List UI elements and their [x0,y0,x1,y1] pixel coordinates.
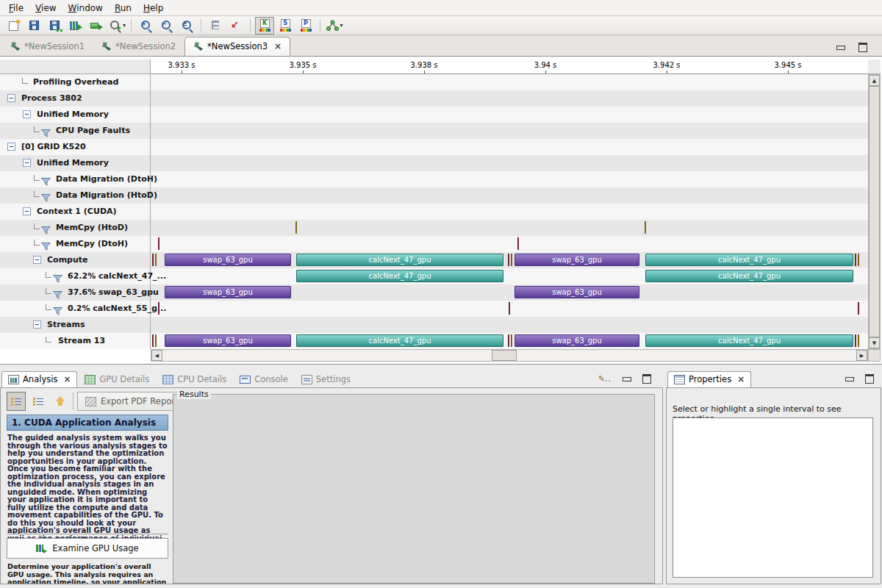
interval-swap-63-gpu[interactable]: swap_63_gpu [514,254,639,266]
close-tab-icon[interactable]: × [63,375,71,384]
collapse-toggle-icon[interactable] [7,94,15,102]
timeline-row-stream-13: Stream 13swap_63_gpucalcNext_47_gpuswap_… [0,333,868,349]
dropdown-caret-icon: ▾ [123,22,126,29]
session-tab-newsession2[interactable]: *NewSession2 [93,37,184,56]
minimize-icon[interactable] [623,377,631,381]
minimize-icon[interactable] [845,377,854,381]
interval-calcnext-47-gpu[interactable]: calcNext_47_gpu [645,270,853,282]
session-tab-newsession1[interactable]: *NewSession1 [2,37,93,56]
tab-properties[interactable]: Properties × [667,371,751,387]
horizontal-scrollbar-thumb[interactable] [492,350,517,361]
row-track [151,301,868,317]
tree-item-memcpy-dtoh[interactable]: MemCpy (DtoH) [0,236,151,252]
interval-calcnext-47-gpu[interactable]: calcNext_47_gpu [296,254,503,266]
minimize-icon[interactable] [836,46,845,50]
guided-analysis-view-button[interactable] [7,392,26,411]
maximize-icon[interactable] [642,374,651,384]
filter-icon [41,175,51,183]
back-up-button[interactable] [51,392,70,411]
menu-run[interactable]: Run [109,1,137,15]
session-tab-newsession3[interactable]: *NewSession3× [184,37,290,56]
settings-icon [301,375,312,384]
save-all-button[interactable] [46,17,65,35]
maximize-icon[interactable] [865,374,874,384]
filter-marker-button[interactable]: ↙ [226,17,245,35]
tree-item-0-2-calcnext-55-g[interactable]: 0.2% calcNext_55_g... [0,301,151,317]
collapse-toggle-icon[interactable] [23,207,31,215]
tree-item-memcpy-htod[interactable]: MemCpy (HtoD) [0,220,151,236]
tab-gpu-details[interactable]: GPU Details [79,372,155,387]
menu-help[interactable]: Help [137,1,169,15]
tree-item-stream-13[interactable]: Stream 13 [0,333,151,349]
tree-item-profiling-overhead[interactable]: Profiling Overhead [0,74,151,90]
up-arrow-icon [56,396,65,406]
examine-gpu-usage-button[interactable]: Examine GPU Usage [7,538,168,559]
tree-item-unified-memory[interactable]: Unified Memory [0,155,151,171]
scroll-down-button[interactable]: ▼ [869,337,880,348]
close-tab-icon[interactable]: × [737,375,745,384]
view-menu-icon[interactable] [598,374,612,384]
tree-item-data-migration-htod[interactable]: Data Migration (HtoD) [0,187,151,204]
kernel-colors-icon: K [258,19,271,32]
collapse-toggle-icon[interactable] [33,320,41,329]
save-button[interactable] [25,17,44,35]
session-icon [101,42,111,51]
zoom-out-button[interactable]: − [157,17,176,35]
tree-item-37-6-swap-63-gpu[interactable]: 37.6% swap_63_gpu [0,284,151,301]
interval-calcnext-47-gpu[interactable]: calcNext_47_gpu [645,254,853,266]
scroll-left-button[interactable]: ◀ [151,350,162,361]
zoom-out-icon: − [159,19,173,32]
mark-range-button[interactable] [206,17,225,35]
profile-application-button[interactable] [66,17,85,35]
interval-swap-63-gpu[interactable]: swap_63_gpu [165,286,291,298]
close-tab-icon[interactable]: × [274,42,282,51]
event-tick [858,302,859,315]
interval-calcnext-47-gpu[interactable]: calcNext_47_gpu [645,334,853,347]
tree-item-cpu-page-faults[interactable]: CPU Page Faults [0,123,151,139]
tree-item-unified-memory[interactable]: Unified Memory [0,107,151,123]
tab-console[interactable]: Console [234,372,294,387]
analysis-tab-bar: Analysis×GPU DetailsCPU DetailsConsoleSe… [0,369,663,387]
menu-file[interactable]: File [3,1,29,15]
collapse-toggle-icon[interactable] [7,143,15,151]
menu-window[interactable]: Window [62,1,109,15]
zoom-in-button[interactable]: + [136,17,155,35]
search-button[interactable]: ▾ [107,17,126,35]
tree-item-62-2-calcnext-47[interactable]: 62.2% calcNext_47_... [0,268,151,284]
tab-cpu-details[interactable]: CPU Details [157,372,232,387]
menu-view[interactable]: View [29,1,62,15]
interval-swap-63-gpu[interactable]: swap_63_gpu [165,334,291,347]
tree-item-process-3802[interactable]: Process 3802 [0,90,151,107]
tab-settings[interactable]: Settings [295,372,356,387]
interval-swap-63-gpu[interactable]: swap_63_gpu [514,286,639,298]
tab-analysis[interactable]: Analysis× [1,371,77,387]
interval-calcnext-47-gpu[interactable]: calcNext_47_gpu [296,270,503,282]
interval-swap-63-gpu[interactable]: swap_63_gpu [514,334,639,347]
tree-item-data-migration-dtoh[interactable]: Data Migration (DtoH) [0,171,151,187]
scroll-right-button[interactable]: ▶ [856,350,867,361]
vertical-scrollbar-thumb[interactable] [869,86,880,337]
row-track: swap_63_gpuswap_63_gpu [151,284,868,301]
maximize-icon[interactable] [858,43,867,52]
collapse-toggle-icon[interactable] [33,256,41,264]
new-session-button[interactable] [4,17,24,35]
run-analysis-button[interactable] [87,17,106,35]
unguided-analysis-view-button[interactable] [29,392,48,411]
tree-item-0-grid-k520[interactable]: [0] GRID K520 [0,139,151,155]
process-colors-button[interactable]: P [296,17,315,35]
stream-colors-button[interactable]: S [276,17,295,35]
tree-item-context-1-cuda[interactable]: Context 1 (CUDA) [0,204,151,220]
scroll-up-button[interactable]: ▲ [869,75,880,86]
tree-item-streams[interactable]: Streams [0,317,151,333]
tree-item-compute[interactable]: Compute [0,252,151,268]
dependency-analysis-button[interactable]: ▾ [325,17,344,35]
run-analysis-icon [90,19,103,32]
kernel-colors-button[interactable]: K [255,17,274,35]
zoom-fit-button[interactable]: ± [177,17,196,35]
export-pdf-button[interactable]: Export PDF Report [77,392,186,411]
event-tick [645,221,646,234]
collapse-toggle-icon[interactable] [23,110,31,118]
interval-calcnext-47-gpu[interactable]: calcNext_47_gpu [296,334,503,347]
collapse-toggle-icon[interactable] [23,159,31,167]
interval-swap-63-gpu[interactable]: swap_63_gpu [165,254,291,266]
